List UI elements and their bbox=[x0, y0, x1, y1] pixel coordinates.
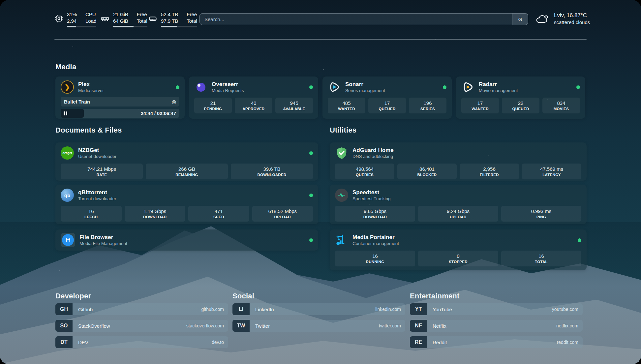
service-name: Speedtest bbox=[352, 189, 391, 196]
section-title-social: Social bbox=[232, 292, 254, 300]
disk-icon bbox=[148, 14, 157, 23]
stat-box: 834MOVIES bbox=[542, 98, 580, 113]
bookmark-name: Github bbox=[73, 303, 93, 315]
qbittorrent-icon: qb bbox=[61, 189, 74, 202]
service-name: qBittorrent bbox=[78, 189, 116, 196]
bookmark-stackoverflow[interactable]: SO StackOverflow stackoverflow.com bbox=[55, 320, 228, 332]
service-desc: DNS and adblocking bbox=[352, 154, 394, 160]
disk-progress-bar bbox=[161, 26, 197, 27]
radarr-icon bbox=[461, 80, 474, 94]
stat-box: 17QUEUED bbox=[368, 98, 406, 113]
bookmark-url: dev.to bbox=[212, 336, 228, 348]
service-desc: Container management bbox=[352, 241, 399, 247]
card-adguard: AdGuard Home DNS and adblocking 498,564Q… bbox=[330, 142, 587, 181]
stat-box: 16LEECH bbox=[61, 206, 122, 222]
cloud-icon bbox=[535, 13, 549, 25]
stat-box: 9.24 GbpsUPLOAD bbox=[418, 206, 498, 222]
bookmark-name: Twitter bbox=[250, 320, 270, 332]
bookmark-linkedin[interactable]: LI LinkedIn linkedin.com bbox=[232, 303, 405, 315]
bookmark-url: stackoverflow.com bbox=[186, 320, 228, 332]
nzbget-icon: nzbget bbox=[61, 146, 74, 160]
service-desc: Media Requests bbox=[212, 88, 244, 94]
bookmark-url: youtube.com bbox=[552, 303, 583, 315]
portainer-crane-icon bbox=[335, 233, 348, 247]
search-input[interactable] bbox=[200, 14, 512, 25]
view-icon: ◎ bbox=[172, 99, 176, 105]
ram-icon bbox=[101, 14, 109, 23]
bookmark-netflix[interactable]: NF Netflix netflix.com bbox=[410, 320, 583, 332]
status-dot-online bbox=[309, 151, 313, 155]
section-title-utilities: Utilities bbox=[330, 126, 356, 135]
weather-widget: Lviv, 16.87°C scattered clouds bbox=[535, 12, 590, 26]
memory-labels: FreeTotal bbox=[137, 11, 147, 24]
search-provider-button[interactable]: G bbox=[512, 14, 528, 25]
radarr-header-link[interactable]: Radarr Movie management bbox=[461, 80, 580, 94]
pause-button[interactable] bbox=[64, 111, 67, 115]
bookmark-dev[interactable]: DT DEV dev.to bbox=[55, 336, 228, 348]
section-title-documents: Documents & Files bbox=[55, 126, 122, 135]
card-radarr: Radarr Movie management 17WANTED 22QUEUE… bbox=[456, 76, 585, 119]
service-name: Radarr bbox=[479, 81, 518, 88]
stat-box: 2,956FILTERED bbox=[460, 164, 519, 179]
bookmark-abbr: TW bbox=[232, 320, 250, 332]
cpu-labels: CPULoad bbox=[85, 11, 96, 24]
bookmark-reddit[interactable]: RE Reddit reddit.com bbox=[410, 336, 583, 348]
sonarr-header-link[interactable]: Sonarr Series management bbox=[328, 80, 446, 94]
bookmark-name: Netflix bbox=[427, 320, 446, 332]
stat-box: 47.569 msLATENCY bbox=[522, 164, 581, 179]
stat-box: 945AVAILABLE bbox=[275, 98, 313, 113]
cpu-progress-bar bbox=[67, 26, 96, 27]
cpu-stats-widget: 31%2.94 CPULoad bbox=[54, 11, 96, 27]
disk-stats-widget: 52.4 TB97.9 TB FreeTotal bbox=[148, 11, 197, 27]
bookmark-youtube[interactable]: YT YouTube youtube.com bbox=[410, 303, 583, 315]
bookmark-abbr: DT bbox=[55, 336, 73, 348]
service-desc: Media File Management bbox=[79, 241, 127, 247]
overseerr-header-link[interactable]: Overseerr Media Requests bbox=[194, 80, 313, 94]
service-name: Plex bbox=[78, 81, 104, 88]
stat-box: 1.19 GbpsDOWNLOAD bbox=[125, 206, 186, 222]
stat-box: 498,564QUERIES bbox=[335, 164, 394, 179]
plex-stream-time: 24:44 / 02:06:47 bbox=[141, 111, 179, 116]
plex-header-link[interactable]: ❯ Plex Media server bbox=[61, 80, 179, 94]
stat-box: 17WANTED bbox=[461, 98, 499, 113]
section-title-media: Media bbox=[55, 63, 76, 71]
status-dot-online bbox=[443, 85, 446, 89]
disk-labels: FreeTotal bbox=[187, 11, 197, 24]
stat-box: 618.52 MbpsUPLOAD bbox=[252, 206, 313, 222]
bookmark-github[interactable]: GH Github github.com bbox=[55, 303, 228, 315]
nzbget-header-link[interactable]: nzbget NZBGet Usenet downloader bbox=[61, 146, 313, 160]
bookmark-name: YouTube bbox=[427, 303, 452, 315]
adguard-header-link[interactable]: AdGuard Home DNS and adblocking bbox=[335, 146, 581, 160]
bookmark-url: reddit.com bbox=[557, 336, 583, 348]
card-sonarr: Sonarr Series management 485WANTED 17QUE… bbox=[322, 76, 452, 119]
service-name: Overseerr bbox=[212, 81, 244, 88]
stat-box: 196SERIES bbox=[409, 98, 446, 113]
bookmark-abbr: YT bbox=[410, 303, 427, 315]
bookmark-url: linkedin.com bbox=[375, 303, 405, 315]
service-desc: Usenet downloader bbox=[78, 154, 116, 160]
memory-values: 21 GiB64 GiB bbox=[113, 11, 128, 24]
filebrowser-header-link[interactable]: File Browser Media File Management bbox=[61, 233, 313, 247]
status-dot-online bbox=[309, 194, 313, 197]
memory-progress-bar bbox=[113, 26, 147, 27]
card-overseerr: Overseerr Media Requests 21PENDING 40APP… bbox=[189, 76, 318, 119]
stat-box: 0STOPPED bbox=[418, 251, 498, 266]
plex-chevron-glyph: ❯ bbox=[65, 83, 70, 91]
speedtest-header-link[interactable]: Speedtest Speedtest Tracking bbox=[335, 189, 581, 202]
stat-box: 86,401BLOCKED bbox=[397, 164, 457, 179]
stat-box: 9.65 GbpsDOWNLOAD bbox=[335, 206, 415, 222]
qbittorrent-header-link[interactable]: qb qBittorrent Torrent downloader bbox=[61, 189, 313, 202]
stat-box: 0.993 msPING bbox=[501, 206, 581, 222]
status-dot-online bbox=[576, 85, 580, 89]
stat-box: 744.21 MbpsRATE bbox=[61, 164, 143, 179]
service-desc: Torrent downloader bbox=[78, 196, 116, 202]
memory-stats-widget: 21 GiB64 GiB FreeTotal bbox=[101, 11, 147, 27]
portainer-header-link[interactable]: Media Portainer Container management bbox=[335, 233, 581, 247]
service-name: File Browser bbox=[79, 234, 127, 241]
bookmark-twitter[interactable]: TW Twitter twitter.com bbox=[232, 320, 405, 332]
plex-now-playing-row: Bullet Train ◎ bbox=[61, 97, 179, 106]
service-name: Sonarr bbox=[345, 81, 385, 88]
bookmark-abbr: RE bbox=[410, 336, 427, 348]
weather-condition: scattered clouds bbox=[554, 19, 590, 26]
bookmark-name: LinkedIn bbox=[250, 303, 274, 315]
